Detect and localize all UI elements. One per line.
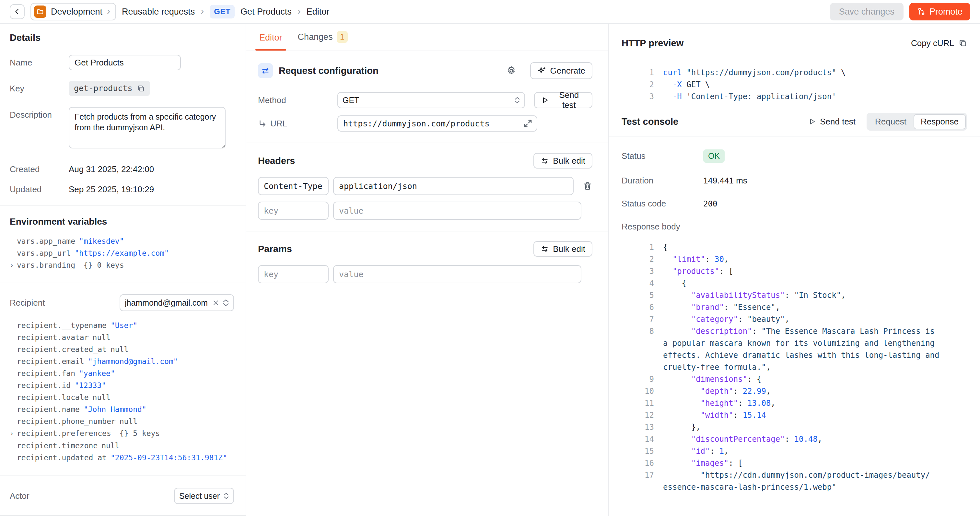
env-var-row[interactable]: ›vars.branding {} 0 keys bbox=[10, 259, 234, 272]
toggle-request[interactable]: Request bbox=[868, 114, 913, 129]
breadcrumb-request-name[interactable]: Get Products bbox=[240, 7, 292, 17]
headers-bulk-edit-label: Bulk edit bbox=[553, 156, 585, 166]
expand-chevron-icon[interactable]: › bbox=[10, 428, 17, 440]
key-chip: get-products bbox=[69, 81, 150, 96]
method-badge: GET bbox=[210, 5, 235, 19]
recipient-field-row[interactable]: recipient.avatarnull bbox=[10, 331, 234, 344]
params-bulk-edit-button[interactable]: Bulk edit bbox=[533, 241, 592, 257]
code-line: cruelty-free formula.", bbox=[622, 362, 967, 373]
method-select[interactable]: GET bbox=[337, 92, 525, 108]
breadcrumb-reusable-requests[interactable]: Reusable requests bbox=[122, 7, 195, 17]
code-line: 12 "width": 15.14 bbox=[622, 409, 967, 421]
chevron-updown-icon bbox=[515, 97, 520, 104]
description-textarea[interactable]: Fetch products from a specific category … bbox=[69, 107, 226, 148]
url-input[interactable] bbox=[337, 115, 537, 132]
sparkle-icon bbox=[537, 66, 546, 75]
play-icon bbox=[808, 118, 816, 126]
gear-icon[interactable] bbox=[506, 65, 517, 76]
project-name: Development bbox=[51, 7, 102, 17]
method-label: Method bbox=[258, 95, 337, 105]
code-text: "discountPercentage": 10.48, bbox=[663, 433, 822, 445]
recipient-field-row[interactable]: ›recipient.preferences {} 5 keys bbox=[10, 427, 234, 440]
code-line: 6 "brand": "Essence", bbox=[622, 301, 967, 314]
key-value: get-products bbox=[74, 84, 132, 93]
code-text: "height": 13.08, bbox=[663, 397, 775, 409]
send-test-button[interactable]: Send test bbox=[534, 92, 592, 108]
recipient-selected-value: jhammond@gmail.com bbox=[125, 298, 209, 307]
details-sidebar: Details Name Key get-products Descriptio… bbox=[0, 24, 246, 516]
line-number: 11 bbox=[622, 397, 654, 409]
back-button[interactable] bbox=[10, 4, 25, 19]
tab-editor[interactable]: Editor bbox=[259, 33, 282, 51]
param-key-input[interactable] bbox=[258, 265, 329, 283]
recipient-field-row[interactable]: recipient.timezonenull bbox=[10, 440, 234, 452]
params-bulk-edit-label: Bulk edit bbox=[553, 244, 585, 254]
code-text: "images": [ bbox=[663, 457, 743, 469]
console-send-test-button[interactable]: Send test bbox=[808, 117, 856, 127]
env-var-row[interactable]: vars.app_url"https://example.com" bbox=[10, 247, 234, 259]
delete-header-button[interactable] bbox=[583, 181, 592, 191]
chevron-right-icon: › bbox=[107, 6, 110, 17]
header-key-input-empty[interactable] bbox=[258, 202, 329, 220]
recipient-field-value: "John Hammond" bbox=[84, 403, 146, 416]
recipient-field-row[interactable]: recipient.updated_at"2025-09-23T14:56:31… bbox=[10, 452, 234, 464]
request-response-toggle: Request Response bbox=[867, 113, 967, 131]
header-key-input[interactable] bbox=[258, 177, 329, 195]
env-var-value: {} 0 keys bbox=[79, 259, 124, 271]
duration-label: Duration bbox=[622, 176, 703, 186]
recipient-field-key: recipient.__typename bbox=[17, 320, 107, 331]
code-line: essence-mascara-lash-princess/1.webp" bbox=[622, 481, 967, 493]
line-number: 12 bbox=[622, 409, 654, 421]
line-number bbox=[622, 362, 654, 373]
recipient-field-row[interactable]: recipient.id"12333" bbox=[10, 379, 234, 392]
tab-changes[interactable]: Changes 1 bbox=[298, 31, 348, 51]
name-label: Name bbox=[10, 55, 69, 68]
param-value-input[interactable] bbox=[333, 265, 581, 283]
clear-icon[interactable] bbox=[213, 299, 219, 306]
toggle-response[interactable]: Response bbox=[913, 114, 966, 129]
env-var-row[interactable]: vars.app_name"mikesdev" bbox=[10, 235, 234, 247]
recipient-field-row[interactable]: recipient.fan"yankee" bbox=[10, 368, 234, 379]
recipient-field-row[interactable]: recipient.created_atnull bbox=[10, 344, 234, 355]
divider bbox=[0, 475, 246, 476]
copy-icon[interactable] bbox=[137, 84, 145, 92]
header-value-input-empty[interactable] bbox=[333, 202, 581, 220]
code-text: essence-mascara-lash-princess/1.webp" bbox=[663, 481, 837, 493]
breadcrumb-editor: Editor bbox=[307, 7, 329, 17]
generate-button[interactable]: Generate bbox=[530, 62, 592, 79]
code-text: "id": 1, bbox=[663, 445, 729, 457]
recipient-field-row[interactable]: recipient.email"jhammond@gmail.com" bbox=[10, 355, 234, 368]
curl-preview-code: 1curl "https://dummyjson.com/products" \… bbox=[609, 58, 980, 106]
line-number: 7 bbox=[622, 314, 654, 325]
code-text: "products": [ bbox=[663, 266, 733, 277]
recipient-field-row[interactable]: recipient.phone_numbernull bbox=[10, 416, 234, 427]
code-line: 11 "height": 13.08, bbox=[622, 397, 967, 409]
recipient-select[interactable]: jhammond@gmail.com bbox=[119, 294, 234, 311]
recipient-field-row[interactable]: recipient.__typename"User" bbox=[10, 320, 234, 331]
created-label: Created bbox=[10, 161, 69, 174]
expand-chevron-icon[interactable]: › bbox=[10, 260, 17, 272]
recipient-field-value: null bbox=[93, 392, 110, 403]
save-changes-button[interactable]: Save changes bbox=[830, 3, 904, 21]
divider bbox=[0, 283, 246, 283]
env-var-value: "mikesdev" bbox=[79, 235, 124, 247]
recipient-field-row[interactable]: recipient.name"John Hammond" bbox=[10, 403, 234, 416]
actor-label: Actor bbox=[10, 491, 174, 501]
copy-curl-button[interactable]: Copy cURL bbox=[911, 38, 967, 48]
recipient-field-row[interactable]: recipient.localenull bbox=[10, 392, 234, 403]
actor-select[interactable]: Select user bbox=[174, 488, 234, 504]
chevron-right-icon: › bbox=[200, 6, 204, 17]
url-label-text: URL bbox=[270, 119, 287, 129]
headers-bulk-edit-button[interactable]: Bulk edit bbox=[533, 153, 592, 169]
editor-panel: Editor Changes 1 Request configuration bbox=[246, 24, 609, 516]
project-switcher[interactable]: Development › bbox=[30, 3, 116, 21]
editor-tabs: Editor Changes 1 bbox=[246, 24, 608, 51]
code-text: "width": 15.14 bbox=[663, 409, 766, 421]
line-number: 17 bbox=[622, 469, 654, 481]
name-input[interactable] bbox=[69, 55, 181, 70]
header-value-input[interactable] bbox=[333, 177, 574, 195]
headers-title: Headers bbox=[258, 156, 533, 166]
expand-icon[interactable] bbox=[523, 119, 533, 128]
promote-button[interactable]: Promote bbox=[909, 3, 970, 21]
line-number: 1 bbox=[622, 67, 654, 79]
